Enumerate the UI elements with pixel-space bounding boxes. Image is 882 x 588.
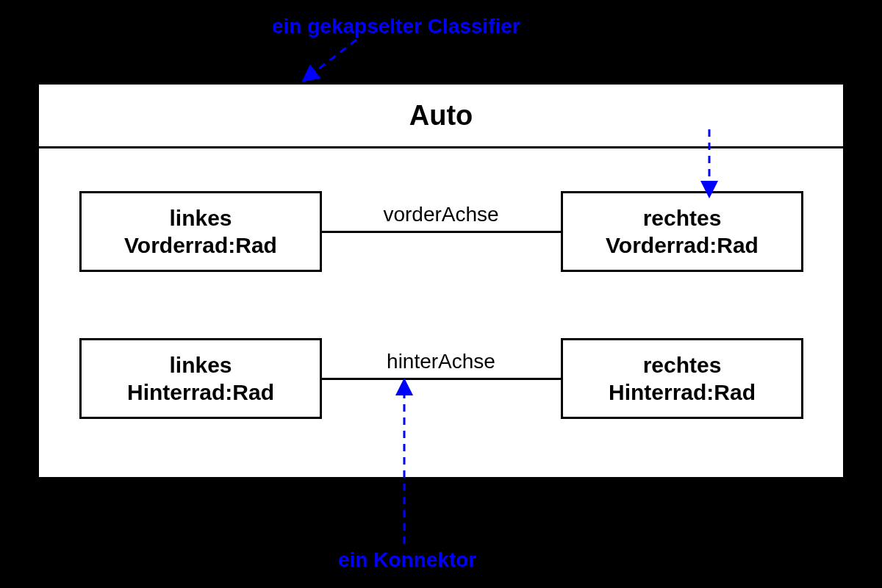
connector-front-axle bbox=[322, 231, 561, 233]
connector-rear-axle bbox=[322, 378, 561, 380]
classifier-compartment: linkes Vorderrad:Rad rechtes Vorderrad:R… bbox=[39, 148, 843, 479]
part-front-right: rechtes Vorderrad:Rad bbox=[561, 191, 803, 272]
part-label-line: Hinterrad:Rad bbox=[127, 379, 274, 406]
part-label-line: linkes bbox=[169, 351, 232, 379]
part-front-left: linkes Vorderrad:Rad bbox=[79, 191, 322, 272]
part-rear-left: linkes Hinterrad:Rad bbox=[79, 338, 322, 419]
part-label-line: rechtes bbox=[643, 351, 722, 379]
part-label-line: Vorderrad:Rad bbox=[124, 232, 277, 259]
annotation-classifier: ein gekapselter Classifier bbox=[272, 15, 520, 38]
part-label-line: linkes bbox=[169, 204, 232, 232]
connector-rear-label: hinterAchse bbox=[387, 350, 495, 373]
part-label-line: Vorderrad:Rad bbox=[606, 232, 759, 259]
classifier-title: Auto bbox=[39, 85, 843, 148]
connector-front-label: vorderAchse bbox=[383, 203, 498, 226]
part-label-line: rechtes bbox=[643, 204, 722, 232]
arrow-classifier-icon bbox=[305, 40, 356, 79]
part-label-line: Hinterrad:Rad bbox=[609, 379, 756, 406]
annotation-connector: ein Konnektor bbox=[338, 548, 476, 572]
part-rear-right: rechtes Hinterrad:Rad bbox=[561, 338, 803, 419]
classifier-auto: Auto linkes Vorderrad:Rad rechtes Vorder… bbox=[37, 82, 845, 479]
